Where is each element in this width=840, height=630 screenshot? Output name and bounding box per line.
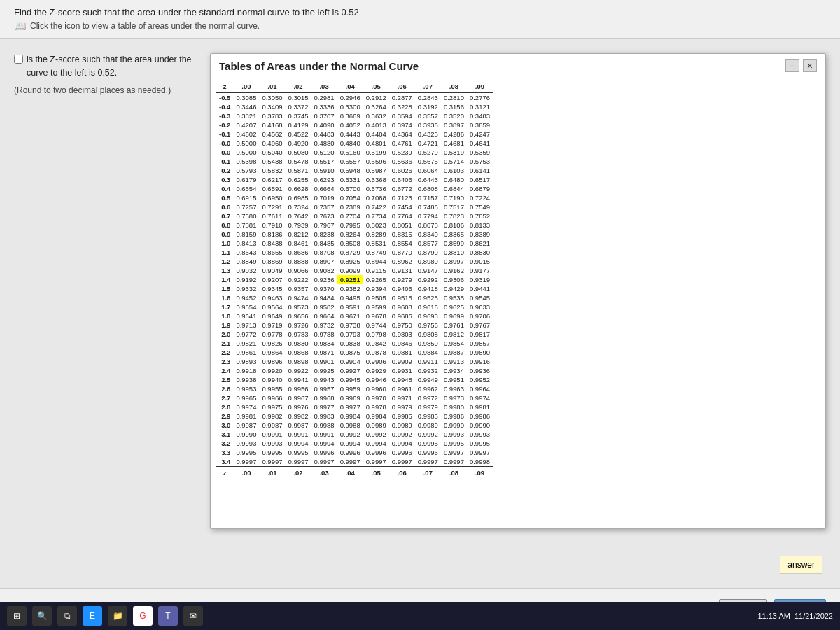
answer-button[interactable]: answer (780, 556, 822, 574)
footer-z: z (216, 467, 233, 478)
cell-value: 0.9429 (441, 284, 467, 293)
cell-value: 0.7852 (467, 211, 493, 220)
table-row: 2.00.97720.97780.97830.97880.97930.97980… (216, 330, 493, 339)
top-bar: Find the Z-score such that the area unde… (0, 0, 840, 39)
file-icon[interactable]: 📁 (108, 606, 127, 626)
table-row: 3.10.99900.99910.99910.99910.99920.99920… (216, 430, 493, 439)
cell-value: 0.9986 (467, 412, 493, 421)
close-button[interactable]: × (803, 59, 817, 72)
cell-value: 0.9834 (312, 339, 337, 348)
cell-value: 0.9995 (286, 448, 312, 457)
cell-value: 0.9207 (259, 275, 285, 284)
cell-value: 0.9857 (467, 339, 493, 348)
cell-value: 0.9966 (259, 393, 285, 402)
book-icon[interactable]: 📖 (14, 20, 26, 31)
cell-value: 0.9909 (389, 357, 415, 366)
minimize-button[interactable]: − (785, 59, 799, 72)
cell-value: 0.9783 (286, 330, 312, 339)
taskview-icon[interactable]: ⧉ (57, 606, 77, 626)
cell-value: 0.8729 (337, 248, 363, 257)
cell-value: 0.8340 (415, 230, 441, 239)
cell-value: 0.9756 (415, 321, 441, 330)
cell-value: 0.9761 (441, 321, 467, 330)
cell-value: 0.9798 (363, 330, 389, 339)
table-row: 1.30.90320.90490.90660.90820.90990.91150… (216, 266, 493, 275)
cell-value: 0.6985 (286, 193, 312, 202)
cell-value: 0.9945 (337, 375, 363, 384)
cell-value: 0.8051 (389, 220, 415, 230)
cell-value: 0.4286 (441, 130, 467, 139)
cell-value: 0.9997 (441, 457, 467, 467)
cell-value: 0.7611 (259, 211, 285, 220)
cell-value: 0.9625 (441, 302, 467, 312)
table-row: 2.60.99530.99550.99560.99570.99590.99600… (216, 384, 493, 393)
cell-value: 0.9236 (312, 275, 337, 284)
row-z-label: -0.3 (216, 111, 233, 120)
header-05: .05 (363, 82, 389, 93)
cell-value: 0.9162 (441, 266, 467, 275)
cell-value: 0.6736 (363, 184, 389, 193)
search-icon[interactable]: 🔍 (32, 606, 52, 626)
cell-value: 0.7088 (363, 193, 389, 202)
cell-value: 0.8869 (259, 257, 285, 266)
table-footer-row: z .00 .01 .02 .03 .04 .05 .06 .07 .08 .0… (216, 467, 493, 478)
cell-value: 0.9904 (337, 357, 363, 366)
taskbar-time: 11:13 AM (757, 612, 790, 620)
cell-value: 0.9686 (389, 312, 415, 321)
cell-value: 0.9826 (259, 339, 285, 348)
cell-value: 0.7123 (389, 193, 415, 202)
cell-value: 0.8264 (337, 230, 363, 239)
cell-value: 0.7734 (363, 211, 389, 220)
cell-value: 0.8078 (415, 220, 441, 230)
cell-value: 0.9996 (312, 448, 337, 457)
cell-value: 0.9505 (363, 293, 389, 302)
cell-value: 0.7910 (259, 220, 285, 230)
title-bar: Tables of Areas under the Normal Curve −… (211, 54, 825, 78)
row-z-label: 1.0 (216, 239, 233, 248)
cell-value: 0.9641 (233, 312, 259, 321)
cell-value: 0.4443 (337, 130, 363, 139)
cell-value: 0.9726 (286, 321, 312, 330)
cell-value: 0.5279 (415, 148, 441, 157)
row-z-label: -0.2 (216, 120, 233, 130)
cell-value: 0.4207 (233, 120, 259, 130)
cell-value: 0.3483 (467, 111, 493, 120)
cell-value: 0.5948 (337, 166, 363, 175)
row-z-label: 1.9 (216, 321, 233, 330)
cell-value: 0.2843 (415, 93, 441, 103)
cell-value: 0.9984 (363, 412, 389, 421)
cell-value: 0.4840 (337, 139, 363, 148)
cell-value: 0.4562 (259, 130, 285, 139)
cell-value: 0.8023 (363, 220, 389, 230)
cell-value: 0.4920 (286, 139, 312, 148)
row-z-label: 3.0 (216, 421, 233, 430)
cell-value: 0.9573 (286, 302, 312, 312)
start-button[interactable]: ⊞ (7, 606, 27, 626)
row-z-label: 3.3 (216, 448, 233, 457)
chrome-icon[interactable]: G (133, 606, 153, 626)
cell-value: 0.9995 (415, 439, 441, 448)
edge-icon[interactable]: E (83, 606, 102, 626)
header-03: .03 (312, 82, 337, 93)
teams-icon[interactable]: T (158, 606, 178, 626)
cell-value: 0.9997 (389, 457, 415, 467)
cell-value: 0.9925 (312, 366, 337, 375)
cell-value: 0.8554 (389, 239, 415, 248)
cell-value: 0.5557 (337, 157, 363, 166)
cell-value: 0.4761 (389, 139, 415, 148)
mail-icon[interactable]: ✉ (183, 606, 203, 626)
cell-value: 0.5871 (286, 166, 312, 175)
left-panel: is the Z-score such that the area under … (14, 53, 196, 571)
cell-value: 0.4681 (441, 139, 467, 148)
table-scroll-area[interactable]: z .00 .01 .02 .03 .04 .05 .06 .07 .08 .0… (211, 78, 825, 528)
cell-value: 0.9890 (467, 348, 493, 357)
cell-value: 0.9838 (337, 339, 363, 348)
cell-value: 0.9916 (467, 357, 493, 366)
cell-value: 0.7642 (286, 211, 312, 220)
cell-value: 0.8438 (259, 239, 285, 248)
cell-value: 0.9981 (467, 402, 493, 412)
cell-value: 0.5160 (337, 148, 363, 157)
cell-value: 0.8577 (415, 239, 441, 248)
zscore-checkbox[interactable] (14, 55, 23, 64)
cell-value: 0.9996 (337, 448, 363, 457)
